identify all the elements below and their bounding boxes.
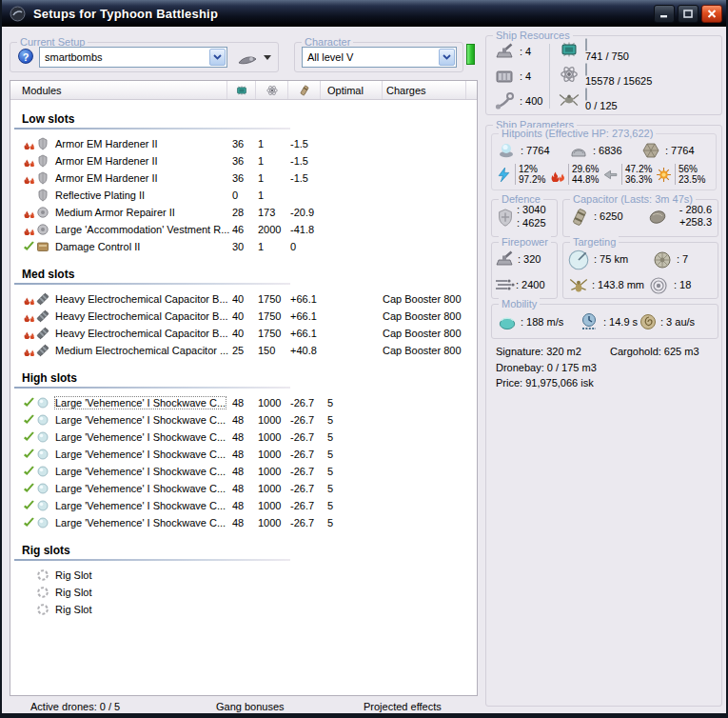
cap-use-value: +40.8 bbox=[288, 345, 321, 356]
setup-combobox-value: smartbombs bbox=[40, 51, 208, 63]
module-row[interactable]: Medium Electrochemical Capacitor ...2515… bbox=[10, 342, 477, 359]
armor-repairer-icon bbox=[36, 206, 49, 219]
structure-icon bbox=[640, 141, 661, 160]
cap-use-value: -41.8 bbox=[288, 224, 321, 235]
cap-use-value: -1.5 bbox=[288, 138, 321, 150]
current-setup-group: Current Setup ? smartbombs bbox=[10, 42, 279, 72]
cap-use-value: +66.1 bbox=[288, 293, 321, 305]
module-row[interactable]: Large 'Vehemence' I Shockwave C...481000… bbox=[10, 394, 477, 411]
character-skill-level-indicator bbox=[466, 44, 475, 65]
max-targets-icon bbox=[653, 250, 672, 269]
modules-list-header[interactable]: Modules Optimal Charges bbox=[10, 81, 477, 100]
column-modules[interactable]: Modules bbox=[10, 81, 227, 99]
character-combobox-dropdown-button[interactable] bbox=[439, 49, 455, 66]
ship-tools-dropdown-caret[interactable] bbox=[264, 55, 271, 60]
module-row[interactable]: Heavy Electrochemical Capacitor B...4017… bbox=[10, 308, 477, 325]
gang-bonuses-toggle[interactable]: Gang bonuses bbox=[216, 701, 285, 712]
character-combobox-value: All level V bbox=[303, 51, 438, 63]
module-name: Large 'Vehemence' I Shockwave C... bbox=[55, 466, 226, 477]
setup-combobox-dropdown-button[interactable] bbox=[209, 49, 226, 66]
powergrid-value: 1000 bbox=[256, 431, 288, 443]
cap-use-value: +66.1 bbox=[288, 310, 321, 322]
column-charges[interactable]: Charges bbox=[383, 81, 466, 99]
cpu-value: 30 bbox=[227, 241, 256, 252]
module-row[interactable]: Rig Slot bbox=[10, 584, 477, 601]
module-row[interactable]: Armor EM Hardener II361-1.5 bbox=[10, 152, 477, 170]
check-state-icon bbox=[22, 448, 36, 461]
module-row[interactable]: Large 'Vehemence' I Shockwave C...481000… bbox=[10, 497, 477, 514]
cap-use-value: -26.7 bbox=[288, 466, 321, 477]
mobility-group: Mobility : 188 m/s : 14.9 s : 3 au/s bbox=[491, 304, 718, 339]
module-name: Rig Slot bbox=[55, 587, 92, 598]
cpu-value: 48 bbox=[227, 483, 256, 494]
armor-repairer-icon bbox=[36, 223, 49, 236]
armor-hp-value: : 6836 bbox=[593, 145, 622, 156]
charge-value: Cap Booster 800 bbox=[383, 310, 466, 322]
powergrid-resource: 15578 / 15625 bbox=[557, 64, 652, 89]
flames-state-icon bbox=[22, 223, 36, 236]
optimal-value: 5 bbox=[321, 483, 383, 494]
targeting-group: Targeting : 75 km : 7 : 143.8 mm : 18 bbox=[562, 242, 718, 299]
ship-tools-icon[interactable] bbox=[237, 50, 258, 69]
help-icon[interactable]: ? bbox=[18, 49, 33, 64]
max-targets-value: : 7 bbox=[677, 253, 688, 265]
module-row[interactable]: Large 'Vehemence' I Shockwave C...481000… bbox=[10, 429, 477, 446]
module-name: Heavy Electrochemical Capacitor B... bbox=[55, 293, 228, 305]
maximize-button[interactable] bbox=[678, 5, 698, 23]
capacitor-group: Capacitor (Lasts: 3m 47s) : 6250 - 280.6… bbox=[562, 199, 718, 237]
module-row[interactable]: Large 'Vehemence' I Shockwave C...481000… bbox=[10, 411, 477, 429]
title-bar[interactable]: Setups for Typhoon Battleship bbox=[0, 0, 728, 27]
smartbomb-icon bbox=[36, 499, 49, 512]
module-row[interactable]: Armor EM Hardener II361-1.5 bbox=[10, 135, 477, 152]
minimize-button[interactable] bbox=[654, 5, 675, 23]
module-row[interactable]: Damage Control II3010 bbox=[10, 238, 477, 255]
module-row[interactable]: Armor EM Hardener II361-1.5 bbox=[10, 170, 477, 187]
smartbomb-icon bbox=[36, 465, 49, 478]
setup-combobox[interactable]: smartbombs bbox=[39, 47, 227, 68]
powergrid-value: 1000 bbox=[256, 397, 288, 409]
module-row[interactable]: Heavy Electrochemical Capacitor B...4017… bbox=[10, 325, 477, 342]
module-row[interactable]: Large 'Vehemence' I Shockwave C...481000… bbox=[10, 463, 477, 480]
warp-speed-icon bbox=[639, 312, 658, 331]
thermal-shield-resist: 29.6% bbox=[572, 164, 599, 174]
cpu-value: 40 bbox=[227, 328, 256, 339]
em-shield-resist: 12% bbox=[519, 164, 545, 174]
rig-slot-icon bbox=[36, 603, 49, 616]
module-row[interactable]: Reflective Plating II01 bbox=[10, 187, 477, 204]
character-combobox[interactable]: All level V bbox=[302, 47, 457, 68]
module-name: Heavy Electrochemical Capacitor B... bbox=[55, 310, 228, 322]
module-row[interactable]: Large 'Vehemence' I Shockwave C...481000… bbox=[10, 514, 477, 531]
module-row[interactable]: Rig Slot bbox=[10, 601, 477, 618]
active-drones-toggle[interactable]: Active drones: 0 / 5 bbox=[30, 701, 120, 712]
repair-amount-icon bbox=[495, 209, 516, 228]
powergrid-value: 1750 bbox=[256, 310, 288, 322]
module-name: Rig Slot bbox=[55, 569, 92, 581]
optimal-value: 5 bbox=[321, 431, 383, 443]
column-powergrid[interactable] bbox=[256, 81, 288, 99]
speed-value: : 188 m/s bbox=[521, 316, 563, 328]
kinetic-shield-resist: 47.2% bbox=[625, 164, 652, 174]
module-row[interactable]: Large 'Vehemence' I Shockwave C...481000… bbox=[10, 446, 477, 463]
column-cpu[interactable] bbox=[227, 81, 256, 99]
defence-group: Defence : 3040 : 4625 bbox=[491, 199, 558, 237]
module-row[interactable]: Heavy Electrochemical Capacitor B...4017… bbox=[10, 290, 477, 308]
price-stat: Price: 91,975,066 isk bbox=[496, 377, 594, 389]
app-icon bbox=[10, 6, 26, 22]
close-button[interactable] bbox=[701, 5, 722, 23]
column-capacitor[interactable] bbox=[288, 81, 321, 99]
module-row[interactable]: Medium Armor Repairer II28173-20.9 bbox=[10, 204, 477, 221]
projected-effects-toggle[interactable]: Projected effects bbox=[364, 701, 442, 712]
column-optimal[interactable]: Optimal bbox=[321, 81, 383, 99]
powergrid-value: 1000 bbox=[256, 466, 288, 477]
module-row[interactable]: Large 'Accommodation' Vestment R...46200… bbox=[10, 221, 477, 238]
module-row[interactable]: Rig Slot bbox=[10, 567, 477, 584]
section-header: Low slots bbox=[10, 112, 477, 126]
resistances: 12%97.2%29.6%44.8%47.2%36.3%56%23.5% bbox=[496, 164, 709, 185]
explosive-armor-resist: 23.5% bbox=[679, 174, 705, 185]
flames-state-icon bbox=[22, 309, 36, 323]
module-row[interactable]: Large 'Vehemence' I Shockwave C...481000… bbox=[10, 480, 477, 497]
powergrid-value: 1000 bbox=[256, 414, 288, 426]
em-resistance: 12%97.2% bbox=[496, 164, 549, 185]
targeting-label: Targeting bbox=[570, 236, 619, 249]
module-name: Armor EM Hardener II bbox=[55, 155, 158, 167]
